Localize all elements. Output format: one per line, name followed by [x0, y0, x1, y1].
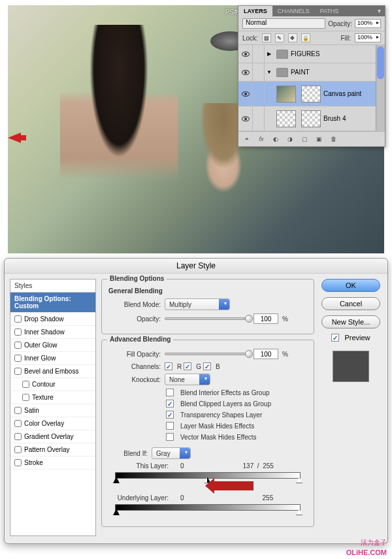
scroll-thumb[interactable] [377, 46, 384, 79]
style-checkbox[interactable] [22, 394, 29, 401]
link-layers-icon[interactable]: ⚭ [241, 134, 253, 144]
tab-paths[interactable]: PATHS [315, 6, 344, 16]
tab-layers[interactable]: LAYERS [238, 6, 272, 16]
style-checkbox[interactable] [14, 328, 22, 336]
style-checkbox[interactable] [14, 420, 22, 427]
style-drop-shadow[interactable]: Drop Shadow [10, 313, 95, 326]
expand-icon[interactable]: ▼ [265, 69, 274, 75]
style-texture[interactable]: Texture [10, 391, 95, 404]
opacity-slider[interactable] [165, 317, 250, 320]
style-stroke[interactable]: Stroke [10, 456, 95, 470]
lock-pixels-icon[interactable]: ✎ [275, 33, 284, 42]
styles-header[interactable]: Styles [10, 280, 95, 293]
layer-row-paint[interactable]: ▼ PAINT [238, 63, 385, 82]
mask-icon[interactable]: ◐ [270, 134, 282, 144]
watermark-url: OLiHE.COM [346, 549, 387, 556]
trash-icon[interactable]: 🗑 [327, 134, 339, 144]
style-satin[interactable]: Satin [10, 404, 95, 417]
style-bevel-emboss[interactable]: Bevel and Emboss [10, 365, 95, 378]
slider-thumb[interactable] [245, 350, 253, 358]
style-checkbox[interactable] [14, 433, 22, 440]
style-pattern-overlay[interactable]: Pattern Overlay [10, 443, 95, 456]
channel-r-checkbox[interactable] [165, 362, 172, 370]
blendif-label: Blend If: [108, 450, 148, 457]
visibility-icon[interactable] [242, 116, 250, 121]
opacity-label: Opacity: [328, 20, 352, 27]
layer-thumbnail [276, 86, 296, 103]
tab-channels[interactable]: CHANNELS [272, 6, 315, 16]
scrollbar[interactable] [376, 45, 385, 131]
blend-mode-select[interactable]: Normal [242, 18, 325, 29]
fill-input[interactable]: 100% [355, 33, 381, 42]
visibility-icon[interactable] [242, 91, 250, 97]
opacity-input[interactable] [253, 313, 278, 324]
gradient-handle-black[interactable] [113, 509, 120, 515]
layer-list: ▶ FIGURES ▼ PAINT Canvas paint Brush 4 [238, 45, 385, 131]
folder-icon [276, 50, 288, 59]
panel-menu-icon[interactable]: ▾ [374, 6, 385, 16]
layer-row-canvas-paint[interactable]: Canvas paint [238, 82, 385, 106]
adjustment-icon[interactable]: ◑ [284, 134, 296, 144]
style-gradient-overlay[interactable]: Gradient Overlay [10, 430, 95, 443]
new-style-button[interactable]: New Style... [321, 315, 380, 328]
layer-thumbnail [276, 110, 296, 127]
knockout-select[interactable]: None [165, 374, 210, 385]
opacity-input[interactable]: 100% [355, 19, 381, 28]
expand-icon[interactable]: ▶ [265, 51, 274, 57]
layer-mask-hides-checkbox[interactable] [166, 422, 174, 430]
blend-mode-select[interactable]: Multiply [165, 298, 230, 310]
panel-tabs: LAYERS CHANNELS PATHS ▾ [238, 6, 385, 16]
style-checkbox[interactable] [14, 368, 22, 375]
style-checkbox[interactable] [22, 381, 29, 388]
layer-row-figures[interactable]: ▶ FIGURES [238, 45, 385, 63]
preview-swatch [333, 351, 369, 382]
lock-all-icon[interactable]: 🔒 [301, 33, 310, 42]
gradient-handle-white[interactable] [296, 509, 302, 515]
fill-opacity-input[interactable] [253, 349, 278, 359]
style-checkbox[interactable] [14, 315, 22, 323]
visibility-icon[interactable] [242, 52, 250, 57]
blendif-select[interactable]: Gray [152, 447, 191, 459]
underlying-gradient[interactable] [115, 504, 301, 511]
visibility-icon[interactable] [242, 70, 250, 75]
transparency-shapes-checkbox[interactable] [166, 411, 174, 419]
options-area: Blending Options General Blending Blend … [101, 279, 314, 536]
style-inner-glow[interactable]: Inner Glow [10, 352, 95, 365]
lock-transparency-icon[interactable]: ▨ [262, 33, 271, 42]
channel-g-checkbox[interactable] [184, 362, 191, 370]
style-checkbox[interactable] [14, 407, 22, 414]
fx-icon[interactable]: fx [255, 134, 267, 144]
gradient-handle-white[interactable] [296, 477, 302, 483]
style-color-overlay[interactable]: Color Overlay [10, 417, 95, 430]
style-checkbox[interactable] [14, 459, 22, 466]
fill-opacity-slider[interactable] [165, 353, 250, 355]
style-checkbox[interactable] [14, 342, 22, 349]
channel-b-checkbox[interactable] [203, 362, 211, 370]
layer-row-brush4[interactable]: Brush 4 [238, 106, 385, 131]
this-layer-val-d: 255 [263, 462, 274, 470]
new-layer-icon[interactable]: ▣ [313, 134, 325, 144]
group-icon[interactable]: ▢ [299, 134, 310, 144]
style-contour[interactable]: Contour [10, 378, 95, 391]
dialog-title: Layer Style [5, 259, 387, 274]
style-blending-options[interactable]: Blending Options: Custom [10, 293, 95, 313]
blend-clipped-checkbox[interactable] [166, 400, 174, 407]
style-inner-shadow[interactable]: Inner Shadow [10, 326, 95, 339]
layer-name: Brush 4 [323, 115, 346, 122]
blend-interior-checkbox[interactable] [166, 389, 174, 396]
style-outer-glow[interactable]: Outer Glow [10, 339, 95, 352]
annotation-arrow-left [8, 133, 21, 143]
opacity-label: Opacity: [108, 315, 161, 323]
layer-name: FIGURES [291, 50, 319, 57]
slider-thumb[interactable] [245, 315, 253, 323]
ok-button[interactable]: OK [321, 279, 380, 292]
preview-checkbox[interactable] [331, 334, 339, 342]
style-checkbox[interactable] [14, 446, 22, 453]
lock-label: Lock: [242, 35, 258, 42]
layer-style-dialog: Layer Style Styles Blending Options: Cus… [4, 258, 388, 544]
cancel-button[interactable]: Cancel [321, 297, 380, 310]
lock-position-icon[interactable]: ✥ [288, 33, 297, 42]
vector-mask-hides-checkbox[interactable] [166, 433, 174, 441]
style-checkbox[interactable] [14, 355, 22, 362]
gradient-handle-black[interactable] [113, 477, 120, 483]
